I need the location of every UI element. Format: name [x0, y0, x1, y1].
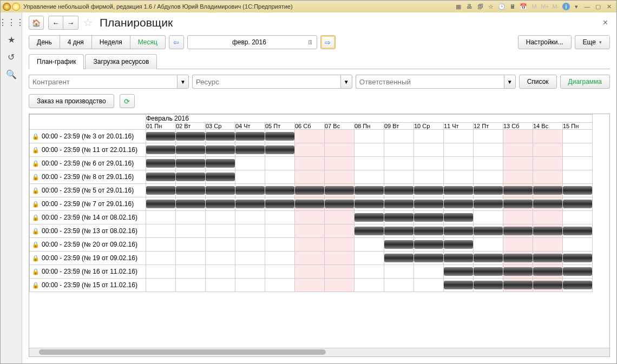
gantt-bar[interactable]: [235, 200, 265, 208]
gantt-bar[interactable]: [146, 132, 175, 141]
resource-drop-icon[interactable]: ▼: [340, 75, 352, 89]
gantt-bar[interactable]: Шубина Дарья Евгеньевна: [444, 213, 473, 222]
gantt-bar[interactable]: [474, 267, 503, 276]
tab-load[interactable]: Загрузка ресурсов: [85, 54, 157, 69]
gantt-bar[interactable]: [206, 145, 235, 154]
gantt-bar[interactable]: [444, 186, 473, 195]
m-plus-icon[interactable]: M+: [541, 2, 549, 11]
gantt-bar[interactable]: [474, 200, 503, 208]
task-cell[interactable]: 🔒00:00 - 23:59 (№ 8 от 29.01.16): [30, 171, 146, 182]
period-day[interactable]: День: [29, 35, 60, 49]
gantt-bar[interactable]: [355, 227, 384, 235]
maximize-icon[interactable]: ▢: [594, 2, 602, 11]
calculator-icon[interactable]: 🖩: [508, 2, 517, 11]
gantt-bar[interactable]: [563, 200, 592, 208]
gantt-bar[interactable]: [474, 281, 503, 289]
gantt-bar[interactable]: [295, 186, 324, 195]
gantt-bar[interactable]: [176, 173, 205, 181]
m-minus-icon[interactable]: M-: [552, 2, 560, 11]
gantt-bar[interactable]: [474, 254, 503, 262]
gantt-bar[interactable]: [563, 267, 592, 276]
gantt-bar[interactable]: [176, 200, 205, 208]
tab-plan[interactable]: План-график: [29, 54, 84, 69]
gantt-bar[interactable]: [414, 240, 443, 249]
app-icon-dropdown[interactable]: [12, 3, 20, 11]
gantt-bar[interactable]: [384, 240, 413, 249]
gantt-bar[interactable]: [146, 200, 175, 208]
print-icon[interactable]: 🖶: [465, 2, 474, 11]
more-button[interactable]: Еще: [575, 35, 610, 49]
gantt-bar[interactable]: [533, 254, 562, 262]
gantt-bar[interactable]: [444, 281, 473, 289]
gantt-bar[interactable]: [265, 186, 294, 195]
gantt-bar[interactable]: [444, 200, 473, 208]
calendar-icon[interactable]: 📅: [519, 2, 528, 11]
gantt-bar[interactable]: Лыков Матвей Александрович: [265, 145, 294, 154]
history-nav-icon[interactable]: ↺: [6, 51, 17, 62]
gantt-bar[interactable]: [474, 227, 503, 235]
m-icon[interactable]: M: [530, 2, 539, 11]
resource-input[interactable]: [192, 75, 340, 89]
history-icon[interactable]: 🕒: [497, 2, 506, 11]
production-order-button[interactable]: Заказ на производство: [29, 94, 114, 108]
refresh-button[interactable]: ⟳: [120, 94, 135, 108]
gantt-bar[interactable]: [533, 267, 562, 276]
gantt-bar[interactable]: [563, 254, 592, 262]
info-icon[interactable]: i: [562, 3, 570, 10]
gantt-bar[interactable]: [563, 281, 592, 289]
gantt-bar[interactable]: [503, 254, 533, 262]
task-cell[interactable]: 🔒00:00 - 23:59 (№ 20 от 09.02.16): [30, 239, 146, 250]
info-dropdown-icon[interactable]: ▾: [572, 2, 581, 11]
gantt-bar[interactable]: [444, 254, 473, 262]
gantt-bar[interactable]: [355, 186, 384, 195]
favorite-page-icon[interactable]: ☆: [83, 16, 93, 29]
task-cell[interactable]: 🔒00:00 - 23:59 (№ 11 от 22.01.16): [30, 144, 146, 155]
prev-period-button[interactable]: ⇦: [169, 35, 184, 49]
gantt-bar[interactable]: [176, 186, 205, 195]
home-button[interactable]: 🏠: [29, 16, 44, 30]
gantt-bar[interactable]: [206, 186, 235, 195]
gantt-bar[interactable]: [563, 227, 592, 235]
gantt-bar[interactable]: [533, 200, 562, 208]
diagram-button[interactable]: Диаграмма: [560, 75, 610, 89]
gantt-bar[interactable]: [503, 186, 533, 195]
compare-icon[interactable]: 🗐: [476, 2, 484, 11]
gantt-bar[interactable]: [355, 200, 384, 208]
gantt-bar[interactable]: [176, 145, 205, 154]
gantt-scroll[interactable]: Февраль 201601 Пн02 Вт03 Ср04 Чт05 Пт06 …: [29, 114, 609, 348]
gantt-bar[interactable]: Ключников Евгений Владимирович: [265, 132, 294, 141]
gantt-bar[interactable]: [474, 186, 503, 195]
gantt-bar[interactable]: [325, 200, 354, 208]
gantt-bar[interactable]: [355, 213, 384, 222]
calendar-picker-icon[interactable]: 🗓: [307, 39, 313, 45]
gantt-bar[interactable]: [384, 227, 413, 235]
period-week[interactable]: Неделя: [92, 35, 130, 49]
close-icon[interactable]: ✕: [605, 2, 613, 11]
gantt-bar[interactable]: [503, 227, 533, 235]
close-page-button[interactable]: ×: [601, 16, 610, 30]
gantt-bar[interactable]: [384, 213, 413, 222]
gantt-bar[interactable]: [146, 159, 175, 168]
forward-button[interactable]: →: [63, 16, 78, 30]
responsible-input[interactable]: [356, 75, 504, 89]
list-button[interactable]: Список: [519, 75, 557, 89]
period-4days[interactable]: 4 дня: [60, 35, 92, 49]
counterparty-drop-icon[interactable]: ▼: [177, 75, 189, 89]
task-cell[interactable]: 🔒00:00 - 23:59 (№ 19 от 09.02.16): [30, 253, 146, 263]
gantt-bar[interactable]: [146, 186, 175, 195]
task-cell[interactable]: 🔒00:00 - 23:59 (№ 6 от 29.01.16): [30, 158, 146, 169]
gantt-bar[interactable]: [414, 200, 443, 208]
gantt-bar[interactable]: [235, 145, 265, 154]
gantt-bar[interactable]: [503, 267, 533, 276]
task-cell[interactable]: 🔒00:00 - 23:59 (№ 14 от 08.02.16): [30, 212, 146, 223]
star-icon[interactable]: ★: [6, 34, 17, 45]
back-button[interactable]: ←: [48, 16, 63, 30]
settings-button[interactable]: Настройки...: [518, 35, 572, 49]
gantt-bar[interactable]: [325, 186, 354, 195]
gantt-bar[interactable]: [444, 267, 473, 276]
gantt-bar[interactable]: [503, 200, 533, 208]
responsible-drop-icon[interactable]: ▼: [504, 75, 516, 89]
gantt-bar[interactable]: [533, 186, 562, 195]
gantt-bar[interactable]: [384, 254, 413, 262]
gantt-bar[interactable]: [414, 227, 443, 235]
